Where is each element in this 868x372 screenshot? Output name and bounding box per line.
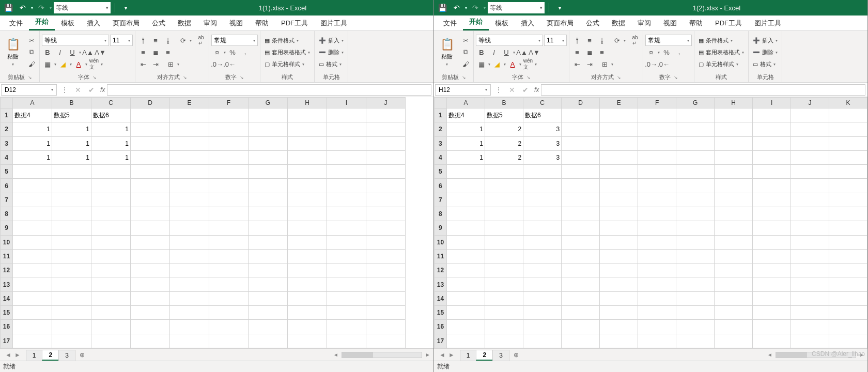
- cell-E8[interactable]: [170, 207, 209, 221]
- cell-C14[interactable]: [523, 291, 562, 305]
- cell-E8[interactable]: [600, 207, 638, 221]
- cell-A14[interactable]: [446, 291, 485, 305]
- cell-I7[interactable]: [327, 193, 366, 207]
- cell-E9[interactable]: [600, 221, 638, 235]
- align-middle-icon[interactable]: ≡: [150, 35, 161, 46]
- cell-G16[interactable]: [249, 320, 288, 334]
- cell-C1[interactable]: 数据6: [91, 109, 131, 122]
- cell-C11[interactable]: [523, 249, 562, 263]
- orientation-icon[interactable]: ⟳: [611, 35, 623, 46]
- fx-icon[interactable]: fx: [532, 86, 541, 94]
- cell-F11[interactable]: [209, 249, 249, 263]
- cell-C10[interactable]: [91, 235, 131, 249]
- number-launcher-icon[interactable]: ↘: [240, 75, 244, 80]
- fbar-expand-icon[interactable]: ⋮: [58, 86, 71, 94]
- format-cells-button[interactable]: ▭格式▾: [751, 58, 780, 70]
- cell-I15[interactable]: [327, 305, 366, 319]
- cell-B13[interactable]: [485, 277, 523, 291]
- cell-C9[interactable]: [91, 221, 131, 235]
- cell-D17[interactable]: [131, 334, 170, 348]
- currency-icon[interactable]: ¤: [211, 47, 223, 58]
- underline-button[interactable]: U: [501, 47, 512, 58]
- cell-G4[interactable]: [249, 150, 288, 164]
- cell-D4[interactable]: [562, 150, 600, 164]
- cell-F2[interactable]: [209, 122, 249, 136]
- cell-K11[interactable]: [829, 249, 867, 263]
- align-bottom-icon[interactable]: ⭳: [162, 35, 174, 46]
- cell-F17[interactable]: [638, 334, 676, 348]
- cell-I4[interactable]: [753, 150, 791, 164]
- cell-F5[interactable]: [638, 165, 676, 179]
- sheet-prev-icon[interactable]: ◄: [439, 351, 445, 359]
- cell-J11[interactable]: [791, 249, 829, 263]
- cell-F12[interactable]: [209, 264, 249, 277]
- cell-J11[interactable]: [366, 249, 406, 263]
- undo-icon[interactable]: ↶: [17, 2, 29, 14]
- cell-E14[interactable]: [600, 291, 638, 305]
- cell-C16[interactable]: [523, 320, 562, 334]
- cell-E17[interactable]: [600, 334, 638, 348]
- cell-C13[interactable]: [523, 277, 562, 291]
- cell-J9[interactable]: [366, 221, 406, 235]
- cell-J6[interactable]: [791, 179, 829, 193]
- cell-E16[interactable]: [170, 320, 209, 334]
- redo-icon[interactable]: ↷: [469, 2, 482, 14]
- merge-icon[interactable]: ⊞: [599, 58, 610, 70]
- cell-A3[interactable]: 1: [13, 136, 52, 150]
- ribbon-tab-图片工具[interactable]: 图片工具: [748, 16, 787, 30]
- cell-J2[interactable]: [366, 122, 406, 136]
- cell-J13[interactable]: [366, 277, 406, 291]
- cell-K6[interactable]: [829, 179, 867, 193]
- cell-E2[interactable]: [600, 122, 638, 136]
- font-size-combo[interactable]: 11▾: [110, 35, 133, 46]
- cell-E15[interactable]: [170, 305, 209, 319]
- cell-F15[interactable]: [209, 305, 249, 319]
- cell-A15[interactable]: [13, 305, 52, 319]
- cell-D17[interactable]: [562, 334, 600, 348]
- indent-decrease-icon[interactable]: ⇤: [137, 58, 149, 70]
- ribbon-tab-页面布局[interactable]: 页面布局: [540, 16, 580, 30]
- cell-J9[interactable]: [791, 221, 829, 235]
- cell-D11[interactable]: [562, 249, 600, 263]
- cell-B4[interactable]: 2: [485, 150, 523, 164]
- cell-H12[interactable]: [288, 264, 327, 277]
- cell-E6[interactable]: [600, 179, 638, 193]
- col-header-J[interactable]: J: [791, 98, 829, 109]
- cell-I2[interactable]: [753, 122, 791, 136]
- col-header-A[interactable]: A: [13, 98, 52, 109]
- number-launcher-icon[interactable]: ↘: [674, 75, 678, 80]
- cell-B10[interactable]: [485, 235, 523, 249]
- col-header-K[interactable]: K: [829, 98, 867, 109]
- cell-I6[interactable]: [753, 179, 791, 193]
- cut-icon[interactable]: ✂: [460, 35, 471, 46]
- indent-increase-icon[interactable]: ⇥: [150, 58, 161, 70]
- cell-J3[interactable]: [366, 136, 406, 150]
- cell-style-button[interactable]: ▢单元格样式▾: [262, 58, 312, 70]
- align-left-icon[interactable]: ≡: [137, 47, 149, 58]
- cell-A17[interactable]: [13, 334, 52, 348]
- cell-A11[interactable]: [13, 249, 52, 263]
- cell-D14[interactable]: [131, 291, 170, 305]
- row-header-7[interactable]: 7: [435, 193, 447, 207]
- cell-K2[interactable]: [829, 122, 867, 136]
- conditional-format-button[interactable]: ▦条件格式▾: [696, 35, 746, 46]
- row-header-15[interactable]: 15: [1, 305, 13, 319]
- sheet-next-icon[interactable]: ►: [448, 351, 455, 359]
- font-size-combo[interactable]: 11▾: [544, 35, 567, 46]
- format-painter-icon[interactable]: 🖌: [26, 58, 37, 70]
- cell-A17[interactable]: [446, 334, 485, 348]
- cell-F16[interactable]: [209, 320, 249, 334]
- save-icon[interactable]: 💾: [2, 2, 14, 14]
- cell-B3[interactable]: 2: [485, 136, 523, 150]
- ribbon-tab-公式[interactable]: 公式: [146, 16, 172, 30]
- wrap-text-button[interactable]: ab↵: [629, 35, 641, 46]
- qat-font-combo[interactable]: 等线▾: [488, 2, 545, 13]
- cell-G10[interactable]: [249, 235, 288, 249]
- row-header-13[interactable]: 13: [435, 277, 447, 291]
- number-format-combo[interactable]: 常规▾: [211, 35, 258, 46]
- cell-G13[interactable]: [249, 277, 288, 291]
- cell-C15[interactable]: [523, 305, 562, 319]
- cell-C7[interactable]: [91, 193, 131, 207]
- cell-B10[interactable]: [52, 235, 91, 249]
- cell-J15[interactable]: [791, 305, 829, 319]
